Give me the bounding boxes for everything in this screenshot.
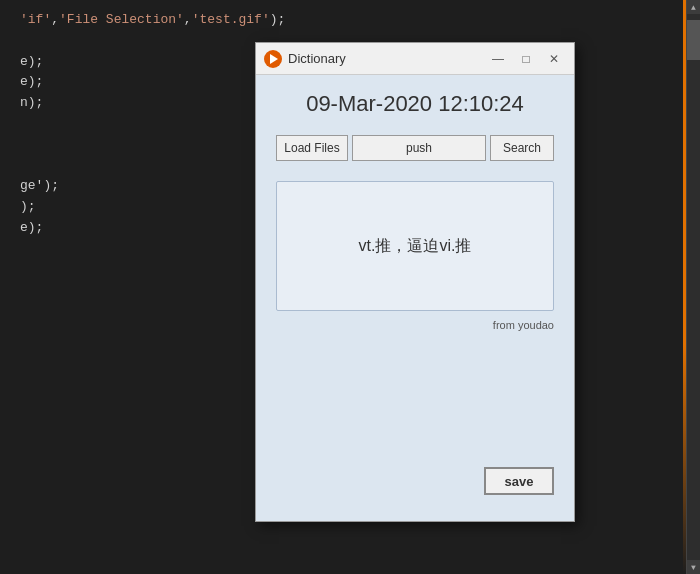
close-button[interactable]: ✕	[542, 49, 566, 69]
source-label: from youdao	[493, 319, 554, 331]
scrollbar-thumb[interactable]	[687, 20, 700, 60]
save-button[interactable]: save	[484, 467, 554, 495]
minimize-button[interactable]: —	[486, 49, 510, 69]
datetime-display: 09-Mar-2020 12:10:24	[306, 91, 524, 117]
maximize-button[interactable]: □	[514, 49, 538, 69]
dialog-body: 09-Mar-2020 12:10:24 Load Files push Sea…	[256, 75, 574, 521]
window-controls: — □ ✕	[486, 49, 566, 69]
search-button[interactable]: Search	[490, 135, 554, 161]
scrollbar-up-arrow[interactable]: ▲	[687, 0, 700, 14]
definition-text: vt.推，逼迫vi.推	[359, 236, 472, 257]
dialog-title: Dictionary	[288, 51, 346, 66]
scrollbar-down-arrow[interactable]: ▼	[687, 560, 700, 574]
dictionary-dialog: Dictionary — □ ✕ 09-Mar-2020 12:10:24 Lo…	[255, 42, 575, 522]
definition-box: vt.推，逼迫vi.推	[276, 181, 554, 311]
push-button[interactable]: push	[352, 135, 486, 161]
button-row: Load Files push Search	[276, 135, 554, 161]
title-bar: Dictionary — □ ✕	[256, 43, 574, 75]
right-edge-line	[683, 0, 686, 574]
title-bar-left: Dictionary	[264, 50, 346, 68]
app-icon	[264, 50, 282, 68]
scrollbar[interactable]: ▲ ▼	[686, 0, 700, 574]
load-files-button[interactable]: Load Files	[276, 135, 348, 161]
